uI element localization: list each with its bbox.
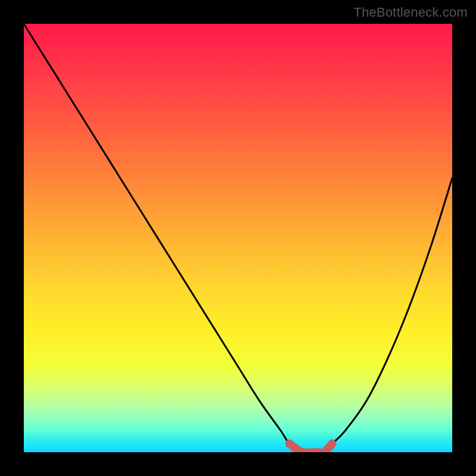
chart-svg [24,24,452,452]
bottleneck-curve [24,24,452,452]
watermark-text: TheBottleneck.com [353,5,468,20]
optimal-range-marker [289,444,332,452]
plot-area [24,24,452,452]
chart-container: TheBottleneck.com [0,0,476,476]
